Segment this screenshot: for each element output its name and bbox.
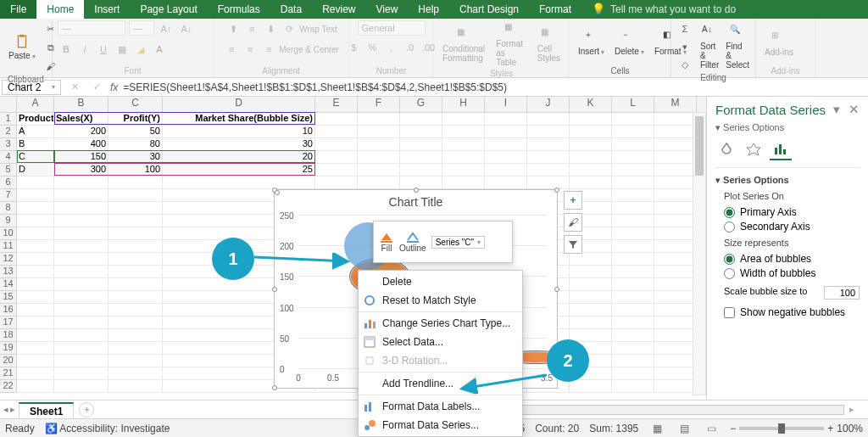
merge-button[interactable]: Merge & Center <box>279 41 339 58</box>
fill-series-icon[interactable]: ▾ <box>676 38 693 55</box>
row-header[interactable]: 22 <box>0 380 17 393</box>
paste-button[interactable]: Paste <box>5 32 39 63</box>
align-bot-icon[interactable]: ⬇ <box>262 20 279 37</box>
row-header[interactable]: 6 <box>0 176 17 189</box>
tell-me-search[interactable]: 💡Tell me what you want to do <box>587 0 741 19</box>
cell[interactable]: A <box>17 126 54 138</box>
tab-insert[interactable]: Insert <box>84 0 130 19</box>
col-header[interactable]: H <box>442 97 485 112</box>
sheet-tab[interactable]: Sheet1 <box>19 402 74 419</box>
tab-data[interactable]: Data <box>270 0 312 19</box>
row-header[interactable]: 4 <box>0 151 17 164</box>
vertical-scrollbar[interactable] <box>693 112 706 395</box>
currency-icon[interactable]: $ <box>346 39 363 56</box>
formula-input[interactable]: =SERIES(Sheet1!$A$4,Sheet1!$B$1:$D$1,She… <box>123 81 507 93</box>
show-negative-checkbox[interactable]: Show negative bubbles <box>724 306 860 318</box>
pane-tab-series-icon[interactable] <box>770 138 792 160</box>
row-header[interactable]: 9 <box>0 215 17 227</box>
tab-formulas[interactable]: Formulas <box>208 0 270 19</box>
font-size-select[interactable]: — <box>129 20 154 36</box>
cell[interactable]: 50 <box>108 126 163 138</box>
orientation-icon[interactable]: ⟳ <box>281 20 298 37</box>
area-of-bubbles-radio[interactable]: Area of bubbles <box>724 253 860 265</box>
clear-icon[interactable]: ◇ <box>676 56 693 73</box>
chart-style-button[interactable]: 🖌 <box>564 213 582 232</box>
col-header[interactable]: L <box>612 97 654 112</box>
addins-button[interactable]: ⊞Add-ins <box>761 29 797 59</box>
conditional-formatting-button[interactable]: ▦Conditional Formatting <box>439 25 489 64</box>
tab-format[interactable]: Format <box>529 0 581 19</box>
row-header[interactable]: 16 <box>0 304 17 317</box>
row-header[interactable]: 18 <box>0 329 17 342</box>
ctx-change-chart-type[interactable]: Change Series Chart Type... <box>359 314 522 333</box>
col-header[interactable]: K <box>570 97 612 112</box>
autosum-icon[interactable]: Σ <box>676 20 693 37</box>
cell[interactable]: 10 <box>163 126 315 138</box>
underline-button[interactable]: U <box>95 41 112 58</box>
sheet-nav-prev-icon[interactable]: ◂ <box>3 404 8 415</box>
tab-chart-design[interactable]: Chart Design <box>449 0 529 19</box>
view-pagelayout-icon[interactable]: ▤ <box>676 420 693 437</box>
percent-icon[interactable]: % <box>364 39 381 56</box>
row-header[interactable]: 2 <box>0 126 17 138</box>
mini-fill-button[interactable]: Fill <box>379 232 394 253</box>
tab-review[interactable]: Review <box>312 0 365 19</box>
tab-home[interactable]: Home <box>36 0 84 19</box>
sheet-nav-next-icon[interactable]: ▸ <box>10 404 15 415</box>
wrap-text-button[interactable]: Wrap Text <box>299 20 337 37</box>
name-box[interactable]: Chart 2 <box>2 80 61 95</box>
align-mid-icon[interactable]: ≡ <box>243 20 260 37</box>
cell[interactable]: 80 <box>108 138 163 151</box>
primary-axis-radio[interactable]: Primary Axis <box>724 206 860 218</box>
row-header[interactable]: 19 <box>0 342 17 355</box>
cell[interactable]: Product <box>17 113 54 126</box>
cell[interactable]: 30 <box>163 138 315 151</box>
col-header[interactable]: A <box>17 97 54 112</box>
chart-title[interactable]: Chart Title <box>275 195 557 209</box>
view-pagebreak-icon[interactable]: ▭ <box>703 420 720 437</box>
tab-file[interactable]: File <box>0 0 36 19</box>
tab-help[interactable]: Help <box>408 0 449 19</box>
insert-cells-button[interactable]: ＋Insert <box>575 28 608 59</box>
select-all-corner[interactable] <box>0 97 17 112</box>
col-header[interactable]: C <box>108 97 163 112</box>
row-header[interactable]: 12 <box>0 253 17 266</box>
row-header[interactable]: 5 <box>0 164 17 176</box>
increase-font-icon[interactable]: A↑ <box>158 20 175 37</box>
chart-filter-button[interactable] <box>564 235 582 254</box>
number-format-select[interactable]: General <box>358 20 426 36</box>
bold-button[interactable]: B <box>58 41 75 58</box>
tab-view[interactable]: View <box>366 0 409 19</box>
cell[interactable]: B <box>17 138 54 151</box>
format-as-table-button[interactable]: ▦Format as Table <box>492 20 530 69</box>
row-header[interactable]: 13 <box>0 266 17 278</box>
comma-icon[interactable]: , <box>383 39 400 56</box>
sort-filter-button[interactable]: A↓Sort & Filter <box>697 23 722 71</box>
ctx-format-data-series[interactable]: Format Data Series... <box>359 416 522 434</box>
align-center-icon[interactable]: ≡ <box>242 41 259 58</box>
align-left-icon[interactable]: ≡ <box>223 41 240 58</box>
delete-cells-button[interactable]: －Delete <box>611 28 648 59</box>
row-header[interactable]: 8 <box>0 202 17 215</box>
scale-bubble-input[interactable] <box>824 286 860 300</box>
ctx-select-data[interactable]: Select Data... <box>359 333 522 351</box>
cancel-formula-icon[interactable]: ✕ <box>66 79 83 96</box>
tab-page-layout[interactable]: Page Layout <box>130 0 207 19</box>
font-color-button[interactable]: A <box>151 41 168 58</box>
col-header[interactable]: B <box>54 97 108 112</box>
row-header[interactable]: 10 <box>0 227 17 240</box>
secondary-axis-radio[interactable]: Secondary Axis <box>724 221 860 233</box>
ctx-format-data-labels[interactable]: Format Data Labels... <box>359 397 522 416</box>
pane-tab-fill-icon[interactable] <box>715 138 737 160</box>
pane-close-icon[interactable]: ✕ <box>849 102 860 117</box>
col-header[interactable]: I <box>485 97 527 112</box>
col-header[interactable]: D <box>163 97 315 112</box>
dec-inc-icon[interactable]: .0 <box>402 39 419 56</box>
pane-subtitle[interactable]: Series Options <box>723 122 784 132</box>
accessibility-status[interactable]: ♿ Accessibility: Investigate <box>45 423 170 434</box>
cell[interactable]: 400 <box>54 138 108 151</box>
cell[interactable]: D <box>17 164 54 176</box>
row-header[interactable]: 3 <box>0 138 17 151</box>
cell-styles-button[interactable]: ▦Cell Styles <box>534 25 564 64</box>
fill-color-button[interactable]: ◢ <box>132 41 149 58</box>
